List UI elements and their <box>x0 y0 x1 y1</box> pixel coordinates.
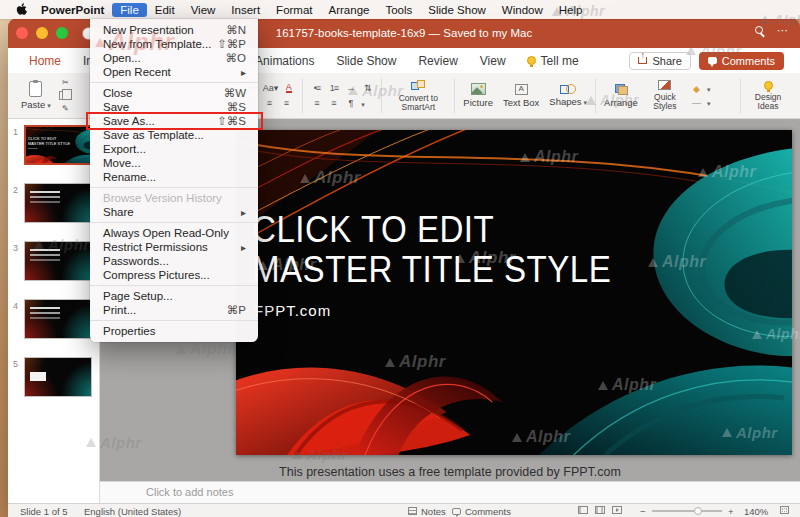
slide-number: 2 <box>13 185 18 195</box>
menubar-item-edit[interactable]: Edit <box>147 3 183 17</box>
slide-thumbnail-1[interactable]: CLICK TO EDIT MASTER TITLE STYLE FPPT.co… <box>24 125 92 165</box>
zoom-slider[interactable] <box>652 510 722 512</box>
menu-item-properties[interactable]: Properties <box>90 324 258 338</box>
submenu-arrow-icon <box>241 206 246 218</box>
zoom-out-button[interactable]: − <box>640 506 646 517</box>
thumbnail-row-1: 1 <box>8 125 99 173</box>
zoom-slider-knob[interactable] <box>694 507 702 515</box>
menu-item-restrict-permissions[interactable]: Restrict Permissions <box>90 240 258 254</box>
align-right-icon[interactable] <box>263 98 276 109</box>
convert-smartart-label: Convert to SmartArt <box>390 94 446 112</box>
fit-slide-button[interactable] <box>780 506 789 514</box>
slide-thumbnail-3[interactable] <box>24 241 92 281</box>
menu-item-passwords[interactable]: Passwords... <box>90 254 258 268</box>
menu-item-close[interactable]: Close ⌘W <box>90 86 258 100</box>
quick-styles-button[interactable]: Quick Styles <box>643 73 687 118</box>
menubar-item-slide-show[interactable]: Slide Show <box>420 3 494 17</box>
language-indicator[interactable]: English (United States) <box>84 506 181 517</box>
share-button[interactable]: Share <box>629 52 690 70</box>
notes-placeholder: Click to add notes <box>146 486 233 498</box>
tab-view[interactable]: View <box>469 51 517 71</box>
normal-view-icon[interactable] <box>578 506 588 514</box>
arrange-button[interactable]: Arrange <box>599 73 643 118</box>
menu-item-always-open-read-only[interactable]: Always Open Read-Only <box>90 226 258 240</box>
shapes-button[interactable]: Shapes <box>544 73 592 118</box>
menu-item-page-setup[interactable]: Page Setup... <box>90 289 258 303</box>
slide-thumbnail-4[interactable] <box>24 299 92 339</box>
menu-item-save-as-template[interactable]: Save as Template... <box>90 128 258 142</box>
copy-icon[interactable] <box>59 91 67 100</box>
menu-item-rename[interactable]: Rename... <box>90 170 258 184</box>
shape-outline-icon[interactable] <box>690 97 703 108</box>
slide-number: 1 <box>13 127 18 137</box>
more-options-icon[interactable]: ⋯ <box>777 26 788 34</box>
slide-sorter-view-icon[interactable] <box>595 506 605 514</box>
comments-button[interactable]: Comments <box>699 52 784 70</box>
menu-item-compress-pictures[interactable]: Compress Pictures... <box>90 268 258 282</box>
menu-item-print[interactable]: Print... ⌘P <box>90 303 258 317</box>
slide-editor[interactable]: CLICK TO EDIT MASTER TITLE STYLE FPPT.co… <box>236 130 792 455</box>
picture-button[interactable]: Picture <box>458 73 498 118</box>
zoom-in-button[interactable]: + <box>728 506 734 517</box>
thumbnail-row-4: 4 <box>8 299 99 347</box>
text-direction-icon[interactable] <box>344 98 357 109</box>
font-color-icon[interactable] <box>282 83 295 94</box>
menubar-item-arrange[interactable]: Arrange <box>321 3 378 17</box>
indent-icon[interactable] <box>344 83 357 94</box>
thumbnail-row-5: 5 <box>8 357 99 405</box>
design-ideas-button[interactable]: Design Ideas <box>744 73 792 118</box>
menu-item-new-presentation[interactable]: New Presentation ⌘N <box>90 23 258 37</box>
format-painter-icon[interactable] <box>59 103 72 114</box>
slide-title-placeholder[interactable]: CLICK TO EDIT MASTER TITLE STYLE <box>252 210 611 290</box>
slide-thumbnail-5[interactable] <box>24 357 92 397</box>
menubar-item-powerpoint[interactable]: PowerPoint <box>33 3 112 17</box>
slide-counter: Slide 1 of 5 <box>20 506 68 517</box>
menu-item-new-from-template[interactable]: New from Template... ⇧⌘P <box>90 37 258 51</box>
change-case-icon[interactable] <box>263 83 279 94</box>
slide-thumbnail-2[interactable] <box>24 183 92 223</box>
chevron-down-icon[interactable] <box>361 98 365 109</box>
align-text-icon[interactable] <box>327 98 340 109</box>
notes-toggle-button[interactable]: Notes <box>408 506 446 517</box>
menu-item-label: Page Setup... <box>103 290 173 302</box>
cut-icon[interactable] <box>59 77 72 88</box>
file-menu-dropdown: New Presentation ⌘N New from Template...… <box>90 19 258 342</box>
comments-toggle-button[interactable]: Comments <box>452 506 511 517</box>
tab-slide-show[interactable]: Slide Show <box>325 51 407 71</box>
line-spacing-icon[interactable] <box>361 83 374 94</box>
apple-menu[interactable] <box>10 3 33 16</box>
menubar-item-tools[interactable]: Tools <box>377 3 420 17</box>
bullet-list-icon[interactable] <box>310 83 323 94</box>
menubar-item-format[interactable]: Format <box>268 3 320 17</box>
menu-item-open-recent[interactable]: Open Recent <box>90 65 258 79</box>
menubar-item-help[interactable]: Help <box>551 3 591 17</box>
menubar-item-window[interactable]: Window <box>494 3 551 17</box>
numbered-list-icon[interactable] <box>327 83 340 94</box>
tell-me-label: Tell me <box>541 54 579 68</box>
menu-item-save[interactable]: Save ⌘S <box>90 100 258 114</box>
text-box-button[interactable]: Text Box <box>498 73 544 118</box>
tab-review[interactable]: Review <box>407 51 468 71</box>
notes-pane[interactable]: Click to add notes <box>100 481 800 503</box>
menu-item-save-as[interactable]: Save As... ⇧⌘S <box>90 114 258 128</box>
columns-icon[interactable] <box>310 98 323 109</box>
search-icon[interactable] <box>755 26 763 34</box>
menubar-item-file[interactable]: File <box>112 3 147 17</box>
convert-smartart-button[interactable]: Convert to SmartArt <box>385 73 451 118</box>
paragraph-tools-group <box>306 73 378 118</box>
slide-credit-text[interactable]: FPPT.com <box>254 302 331 319</box>
menubar-item-view[interactable]: View <box>183 3 224 17</box>
slideshow-view-icon[interactable] <box>612 506 622 514</box>
menu-item-open[interactable]: Open... ⌘O <box>90 51 258 65</box>
menu-item-move[interactable]: Move... <box>90 156 258 170</box>
tab-home[interactable]: Home <box>18 51 72 71</box>
menubar-item-insert[interactable]: Insert <box>223 3 268 17</box>
menu-item-export[interactable]: Export... <box>90 142 258 156</box>
zoom-level[interactable]: 140% <box>744 506 768 517</box>
menu-item-share[interactable]: Share <box>90 205 258 219</box>
quick-styles-label: Quick Styles <box>648 93 682 111</box>
tell-me-button[interactable]: Tell me <box>517 51 589 71</box>
justify-icon[interactable] <box>280 98 293 109</box>
shape-fill-icon[interactable] <box>690 83 703 94</box>
paste-button[interactable]: Paste <box>16 73 56 118</box>
